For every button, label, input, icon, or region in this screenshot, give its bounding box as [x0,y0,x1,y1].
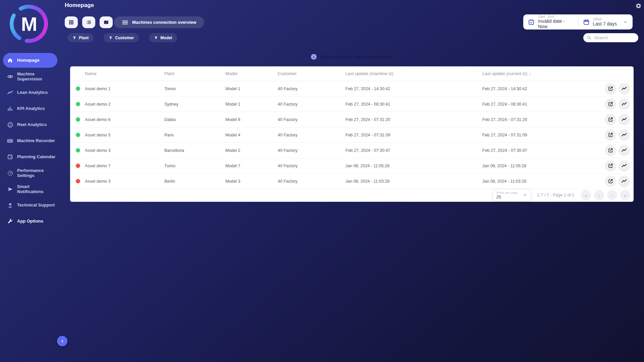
column-header-customer[interactable]: Customer [278,71,345,76]
trend-chart-button[interactable] [619,145,630,156]
status-dot [76,86,80,91]
pager: « ‹ › » [581,190,630,200]
open-in-new-icon [608,101,613,107]
cell-last-update-current: Jan 08, 2024 - 11:05:28 [482,164,603,168]
chevron-down-icon [623,19,628,24]
open-in-new-icon [608,132,613,138]
map-view-button[interactable] [100,16,113,28]
trend-chart-button[interactable] [619,99,630,110]
table-row[interactable]: Asset demo 1 Torino Model 1 40 Factory F… [70,81,634,97]
column-header-last-update-current[interactable]: Last update (current tz) ↓ [482,71,603,76]
search-box [583,33,638,42]
cassette-icon [3,137,17,144]
settings-gear-button[interactable] [635,3,642,9]
cell-model: Model 7 [225,164,278,168]
trend-chart-icon [621,163,627,169]
cell-plant: Berlin [164,179,225,184]
filter-chip-model[interactable]: Model [149,33,177,42]
hamburger-icon [122,20,128,25]
sidebar-item-machine-supervision[interactable]: Machine Supervision [3,68,57,84]
cell-last-update-machine: Feb 27, 2024 - 07:31:09 [345,133,482,137]
reel-icon [3,122,17,128]
sidebar-item-label: Reel Analytics [17,122,48,127]
trend-chart-button[interactable] [619,83,630,95]
cell-plant: Torino [164,86,225,91]
sidebar-item-homepage[interactable]: Homepage [3,53,57,68]
open-in-new-button[interactable] [605,129,616,141]
sidebar-item-label: Planning Calendar [17,154,57,159]
open-in-new-button[interactable] [605,99,616,110]
filter-chip-label: Model [160,36,172,40]
sidebar-item-performance-settings[interactable]: Performance Settings [3,165,57,181]
gear-icon [635,3,642,9]
next-page-button[interactable]: › [607,190,617,200]
sidebar-collapse-button[interactable] [57,336,67,346]
open-in-new-button[interactable] [605,145,616,156]
sidebar-item-smart-notifications[interactable]: Smart Notifications [3,181,57,197]
cell-last-update-current: Jan 08, 2024 - 11:03:28 [482,179,603,184]
last-page-button[interactable]: » [620,190,630,200]
sidebar-item-lean-analytics[interactable]: Lean Analytics [3,84,57,101]
trend-chart-button[interactable] [619,176,630,187]
cell-last-update-machine: Jan 08, 2024 - 11:03:28 [345,179,482,184]
trend-chart-button[interactable] [619,114,630,125]
column-header-last-update-machine[interactable]: Last update (machine tz) [345,71,482,76]
funnel-icon [154,36,158,40]
info-banner: i Click on a card to start the explorati… [70,54,634,60]
column-header-label: Last update (current tz) [482,71,527,76]
table-row[interactable]: Asset demo 6 Dallas Model 6 40 Factory F… [70,112,634,127]
filter-chip-plant[interactable]: Plant [67,33,94,42]
cell-customer: 40 Factory [278,148,345,153]
rows-per-page-select[interactable]: Rows per page 25 [493,189,531,201]
trend-chart-button[interactable] [619,129,630,141]
cell-model: Model 1 [225,102,278,107]
machines-table: Name Plant Model Customer Last update (m… [70,66,634,202]
open-in-new-button[interactable] [605,160,616,172]
offset-select[interactable]: Offset Last 7 days [578,17,633,26]
start-end-label: Start - End [538,15,573,18]
machines-connection-overview-button[interactable]: Machines connection overview [114,16,204,28]
cell-name: Asset demo 6 [85,117,164,122]
first-page-button[interactable]: « [581,190,591,200]
column-header-model[interactable]: Model [225,71,278,76]
sort-desc-icon[interactable]: ↓ [529,71,531,76]
table-row[interactable]: Asset demo 2 Sydney Model 1 40 Factory F… [70,97,634,112]
sidebar-item-reel-analytics[interactable]: Reel Analytics [3,117,57,133]
cell-last-update-current: Feb 27, 2024 - 07:31:20 [482,117,603,122]
sidebar-item-planning-calendar[interactable]: Planning Calendar [3,149,57,165]
sidebar-item-label: App Options [17,219,45,224]
start-end-picker[interactable]: Start - End Invalid date - Now [523,15,578,29]
status-dot [76,148,80,153]
grid-view-button[interactable] [65,16,78,28]
open-in-new-icon [608,86,613,92]
list-view-button[interactable] [82,16,95,28]
open-in-new-button[interactable] [605,114,616,125]
cell-model: Model 6 [225,117,278,122]
search-input[interactable] [594,35,635,40]
previous-page-button[interactable]: ‹ [594,190,604,200]
filter-chip-customer[interactable]: Customer [104,33,139,42]
cell-last-update-machine: Jan 08, 2024 - 11:05:28 [345,164,482,168]
sidebar: M Homepage Machine Supervision Lean Anal… [0,0,61,362]
open-in-new-icon [608,178,613,184]
trend-chart-button[interactable] [619,160,630,172]
column-header-plant[interactable]: Plant [164,71,225,76]
sidebar-item-technical-support[interactable]: Technical Support [3,197,57,213]
sidebar-item-app-options[interactable]: App Options [3,213,57,229]
table-row[interactable]: Asset demo 5 Paris Model 4 40 Factory Fe… [70,127,634,143]
calendar-offset-icon [583,19,590,25]
chevron-down-icon [523,193,527,197]
sidebar-item-kpi-analytics[interactable]: KPI Analytics [3,101,57,117]
open-in-new-button[interactable] [605,83,616,95]
sidebar-item-label: Technical Support [17,202,56,207]
table-row[interactable]: Asset demo 7 Tunisi Model 7 40 Factory J… [70,158,634,174]
cell-last-update-machine: Feb 27, 2024 - 08:30:41 [345,102,482,107]
sidebar-item-machine-recorder[interactable]: Machine Recorder [3,133,57,149]
table-row[interactable]: Asset demo 3 Barcellona Model 2 40 Facto… [70,143,634,158]
column-header-name[interactable]: Name [85,71,164,76]
trend-icon [3,89,17,96]
sidebar-item-label: Homepage [17,58,41,63]
table-row[interactable]: Asset demo 3 Berlin Model 3 40 Factory J… [70,174,634,189]
send-icon [3,186,17,192]
open-in-new-button[interactable] [605,176,616,187]
